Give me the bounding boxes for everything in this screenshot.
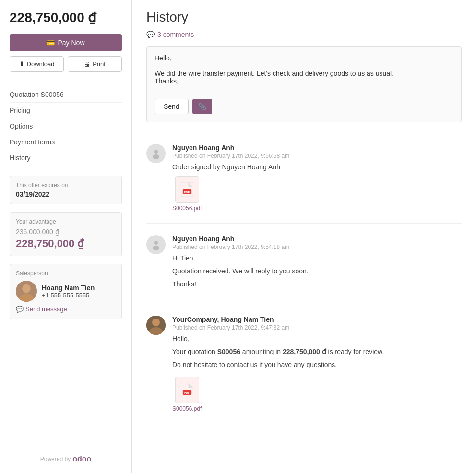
main-price: 228,750,000 ₫ [10,10,122,25]
nav-item-pricing[interactable]: Pricing [10,103,122,118]
comments-count: 💬 3 comments [146,31,462,38]
pdf-icon: PDF [175,377,199,403]
send-message-link[interactable]: 💬 Send message [16,306,116,313]
download-icon: ⬇ [19,60,24,68]
nav-item-history[interactable]: History [10,150,122,166]
message-item: Nguyen Hoang Anh Published on February 1… [146,235,462,292]
avatar [146,235,166,254]
send-button[interactable]: Send [155,99,189,114]
svg-point-3 [154,150,158,154]
main-panel: History 💬 3 comments Hello, We did the w… [132,0,476,473]
print-button[interactable]: 🖨 Print [68,56,122,72]
message-list: Nguyen Hoang Anh Published on February 1… [146,134,462,412]
salesperson-details: Hoang Nam Tien +1 555-555-5555 [42,284,95,299]
paperclip-icon: 📎 [198,103,206,110]
sidebar: 228,750,000 ₫ 💳 Pay Now ⬇ Download 🖨 Pri… [0,0,132,473]
message-divider [146,223,462,224]
salesperson-phone: +1 555-555-5555 [42,292,95,299]
svg-point-9 [153,246,159,250]
pay-now-button[interactable]: 💳 Pay Now [10,34,122,51]
message-text: Hi Tien, Quotation received. We will rep… [172,253,462,289]
offer-label: This offer expires on [16,182,116,189]
print-icon: 🖨 [84,60,90,68]
svg-point-4 [153,154,159,159]
salesperson-info: Hoang Nam Tien +1 555-555-5555 [16,281,116,302]
message-date: Published on February 17th 2022, 9:54:18… [172,244,462,250]
message-date: Published on February 17th 2022, 9:56:58… [172,153,462,159]
svg-point-1 [22,284,31,293]
nav-item-options[interactable]: Options [10,118,122,134]
attach-button[interactable]: 📎 [192,99,212,114]
advantage-box: Your advantage 236,000,000 ₫ 228,750,000… [10,212,122,256]
credit-card-icon: 💳 [47,39,55,47]
message-divider [146,304,462,304]
comment-icon: 💬 [146,31,155,38]
pdf-icon: PDF [175,176,199,203]
odoo-logo: odoo [72,455,91,463]
old-price: 236,000,000 ₫ [16,228,116,236]
chat-icon: 💬 [16,306,24,313]
compose-box: Hello, We did the wire transfer payment.… [146,46,462,122]
compose-actions: Send 📎 [155,99,453,114]
avatar [146,144,166,163]
offer-expiry-box: This offer expires on 03/19/2022 [10,176,122,204]
pdf-filename: S00056.pdf [172,405,202,412]
download-print-row: ⬇ Download 🖨 Print [10,56,122,72]
advantage-label: Your advantage [16,218,116,225]
message-body: Nguyen Hoang Anh Published on February 1… [172,144,462,212]
message-author: Nguyen Hoang Anh [172,235,462,243]
message-item: YourCompany, Hoang Nam Tien Published on… [146,316,462,412]
salesperson-box: Salesperson Hoang Nam Tien +1 555-555-55… [10,264,122,319]
nav-item-payment-terms[interactable]: Payment terms [10,134,122,150]
download-button[interactable]: ⬇ Download [10,56,64,72]
pdf-filename: S00056.pdf [172,205,202,212]
svg-point-8 [154,241,158,245]
salesperson-label: Salesperson [16,270,116,277]
message-author: YourCompany, Hoang Nam Tien [172,316,462,323]
nav-item-quotation[interactable]: Quotation S00056 [10,87,122,103]
message-author: Nguyen Hoang Anh [172,144,462,152]
pdf-attachment[interactable]: PDF S00056.pdf [172,377,202,412]
message-item: Nguyen Hoang Anh Published on February 1… [146,144,462,212]
salesperson-avatar [16,281,37,302]
message-body: YourCompany, Hoang Nam Tien Published on… [172,316,462,412]
svg-text:PDF: PDF [184,191,190,194]
pdf-attachment[interactable]: PDF S00056.pdf [172,176,202,212]
compose-textarea[interactable]: Hello, We did the wire transfer payment.… [155,54,453,93]
svg-point-11 [152,319,160,326]
new-price: 228,750,000 ₫ [16,237,116,250]
svg-text:PDF: PDF [184,391,190,394]
history-title: History [146,10,462,25]
offer-date: 03/19/2022 [16,190,116,198]
powered-by: Powered by odoo [10,450,122,463]
salesperson-name: Hoang Nam Tien [42,284,95,292]
message-text: Hello, Your quotation S00056 amounting i… [172,334,462,370]
avatar [146,316,166,335]
message-text: Order signed by Nguyen Hoang Anh [172,162,462,172]
message-body: Nguyen Hoang Anh Published on February 1… [172,235,462,292]
avatar-image [16,281,37,302]
message-date: Published on February 17th 2022, 9:47:32… [172,324,462,331]
sidebar-nav: Quotation S00056 Pricing Options Payment… [10,82,122,166]
